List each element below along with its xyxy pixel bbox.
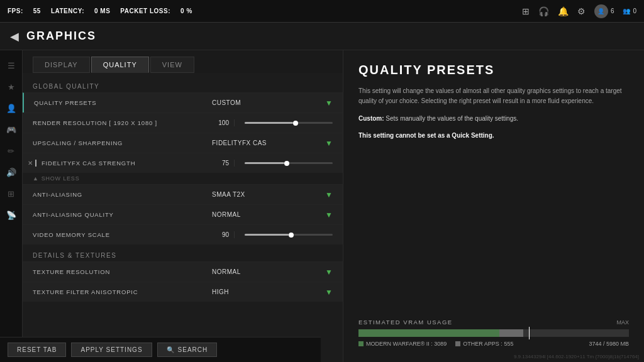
upscaling-label: UPSCALING / SHARPENING — [33, 140, 207, 146]
aa-quality-chevron: ▼ — [325, 211, 333, 219]
sidebar-icon-edit[interactable]: ✏ — [3, 142, 20, 160]
texture-resolution-row[interactable]: TEXTURE RESOLUTION NORMAL ▼ — [23, 261, 343, 282]
left-panel: DISPLAY QUALITY VIEW GLOBAL QUALITY QUAL… — [23, 50, 343, 362]
cas-strength-row[interactable]: ✕ FIDELITYFX CAS STRENGTH 75 — [23, 153, 343, 173]
cas-strength-value-area: 75 — [197, 160, 333, 167]
render-resolution-fill — [245, 122, 293, 124]
search-icon: 🔍 — [167, 346, 175, 353]
upscaling-dropdown[interactable]: FIDELITYFX CAS ▼ — [207, 139, 333, 148]
show-less-button[interactable]: ▲ SHOW LESS — [23, 173, 343, 184]
cas-strength-track — [245, 162, 333, 164]
search-button[interactable]: 🔍 SEARCH — [157, 343, 218, 357]
anti-aliasing-dropdown[interactable]: SMAA T2X ▼ — [207, 190, 333, 199]
vram-other-text: OTHER APPS : 555 — [463, 341, 513, 347]
cas-strength-slider[interactable] — [240, 162, 333, 164]
main-layout: ☰ ★ 👤 🎮 ✏ 🔊 ⊞ 📡 DISPLAY QUALITY VIEW GLO… — [0, 50, 644, 362]
custom-label: Custom: — [358, 115, 384, 122]
info-warning: This setting cannot be set as a Quick Se… — [358, 132, 629, 139]
sidebar-icon-home[interactable]: ☰ — [3, 57, 20, 74]
topbar-right: ⊞ 🎧 🔔 ⚙ 👤 6 👥 0 — [522, 4, 636, 18]
reset-tab-button[interactable]: RESET TAB — [8, 343, 66, 357]
aa-quality-value-area: NORMAL ▼ — [207, 211, 333, 219]
tab-view[interactable]: VIEW — [150, 57, 194, 73]
info-description: This setting will change the values of a… — [358, 86, 629, 106]
custom-text: Sets manually the values of the quality … — [386, 115, 518, 122]
packet-loss-label: PACKET LOSS: — [120, 8, 170, 14]
party-count: 0 — [633, 8, 636, 14]
vram-mw-label: MODERN WARFARE® II : 3089 — [358, 341, 447, 347]
content-area: DISPLAY QUALITY VIEW GLOBAL QUALITY QUAL… — [23, 50, 644, 362]
apply-settings-button[interactable]: APPLY SETTINGS — [71, 343, 152, 357]
texture-filter-row[interactable]: TEXTURE FILTER ANISOTROPIC HIGH ▼ — [23, 282, 343, 302]
right-panel: QUALITY PRESETS This setting will change… — [343, 50, 644, 362]
page-title: GRAPHICS — [26, 30, 96, 43]
sidebar-icon-controller[interactable]: 🎮 — [3, 121, 20, 138]
topbar: FPS: 55 LATENCY: 0 MS PACKET LOSS: 0 % ⊞… — [0, 0, 644, 23]
headset-icon[interactable]: 🎧 — [538, 6, 549, 16]
packet-loss-value: 0 % — [180, 8, 192, 14]
quality-presets-dropdown[interactable]: CUSTOM ▼ — [207, 99, 333, 107]
texture-resolution-value-area: NORMAL ▼ — [207, 268, 333, 277]
sidebar-icon-signal[interactable]: 📡 — [3, 206, 20, 224]
render-resolution-row[interactable]: RENDER RESOLUTION [ 1920 X 1080 ] 100 — [23, 112, 343, 133]
info-title: QUALITY PRESETS — [358, 63, 629, 77]
video-memory-row[interactable]: VIDEO MEMORY SCALE 90 — [23, 224, 343, 244]
settings-icon[interactable]: ⚙ — [577, 6, 586, 16]
texture-filter-text: HIGH — [212, 288, 321, 295]
vram-mw-fill — [358, 329, 499, 337]
texture-filter-dropdown[interactable]: HIGH ▼ — [207, 288, 333, 297]
vram-other-dot — [455, 341, 460, 346]
back-button[interactable]: ◀ — [10, 30, 19, 43]
render-resolution-slider[interactable] — [240, 122, 333, 124]
vram-labels: MODERN WARFARE® II : 3089 OTHER APPS : 5… — [358, 341, 629, 347]
quality-presets-chevron: ▼ — [325, 99, 333, 107]
texture-resolution-dropdown[interactable]: NORMAL ▼ — [207, 268, 333, 277]
section-details-textures: DETAILS & TEXTURES — [23, 248, 343, 261]
sidebar-icon-grid[interactable]: ⊞ — [3, 185, 20, 202]
vram-mw-text: MODERN WARFARE® II : 3089 — [366, 341, 447, 347]
sidebar-icon-user[interactable]: 👤 — [3, 99, 20, 117]
video-memory-value: 90 — [197, 231, 235, 238]
quality-presets-value-area: CUSTOM ▼ — [207, 99, 333, 107]
latency-value: 0 MS — [94, 8, 110, 14]
vram-mw-dot — [358, 341, 364, 346]
video-memory-thumb — [289, 233, 294, 238]
video-memory-track — [245, 234, 333, 236]
tabs: DISPLAY QUALITY VIEW — [23, 50, 343, 73]
texture-filter-label: TEXTURE FILTER ANISOTROPIC — [33, 288, 207, 295]
video-memory-slider[interactable] — [240, 234, 333, 236]
render-resolution-track — [245, 122, 333, 124]
vram-section: ESTIMATED VRAM USAGE MAX MODERN WARFARE®… — [358, 311, 629, 349]
sidebar-icon-audio[interactable]: 🔊 — [3, 163, 20, 181]
latency-label: LATENCY: — [51, 8, 84, 14]
search-label: SEARCH — [178, 346, 208, 353]
aa-quality-row[interactable]: ANTI-ALIASING QUALITY NORMAL ▼ — [23, 204, 343, 224]
grid-icon[interactable]: ⊞ — [522, 6, 530, 16]
aa-quality-dropdown[interactable]: NORMAL ▼ — [207, 211, 333, 219]
vram-other-fill — [499, 329, 524, 337]
tab-quality[interactable]: QUALITY — [91, 57, 149, 73]
header: ◀ GRAPHICS — [0, 23, 644, 50]
section-global-quality: GLOBAL QUALITY — [23, 79, 343, 92]
quality-presets-label: QUALITY PRESETS — [34, 99, 207, 106]
anti-aliasing-text: SMAA T2X — [212, 191, 321, 198]
anti-aliasing-row[interactable]: ANTI-ALIASING SMAA T2X ▼ — [23, 184, 343, 204]
render-resolution-label: RENDER RESOLUTION [ 1920 X 1080 ] — [33, 119, 197, 126]
player-info-2: 👥 0 — [623, 8, 636, 14]
sidebar-icon-star[interactable]: ★ — [3, 78, 20, 96]
upscaling-row[interactable]: UPSCALING / SHARPENING FIDELITYFX CAS ▼ — [23, 133, 343, 153]
bell-icon[interactable]: 🔔 — [558, 6, 569, 16]
texture-filter-value-area: HIGH ▼ — [207, 288, 333, 297]
player-info: 👤 6 — [594, 4, 614, 18]
quality-presets-row[interactable]: QUALITY PRESETS CUSTOM ▼ — [23, 92, 343, 112]
vram-title: ESTIMATED VRAM USAGE — [358, 319, 453, 326]
anti-aliasing-label: ANTI-ALIASING — [33, 191, 207, 198]
bottom-bar: RESET TAB APPLY SETTINGS 🔍 SEARCH — [0, 337, 321, 362]
video-memory-value-area: 90 — [197, 231, 333, 238]
spacer — [522, 341, 580, 347]
upscaling-value-area: FIDELITYFX CAS ▼ — [207, 139, 333, 148]
party-icon: 👥 — [623, 8, 630, 14]
cas-strength-value: 75 — [197, 160, 235, 167]
upscaling-chevron: ▼ — [325, 139, 333, 148]
tab-display[interactable]: DISPLAY — [33, 57, 90, 73]
